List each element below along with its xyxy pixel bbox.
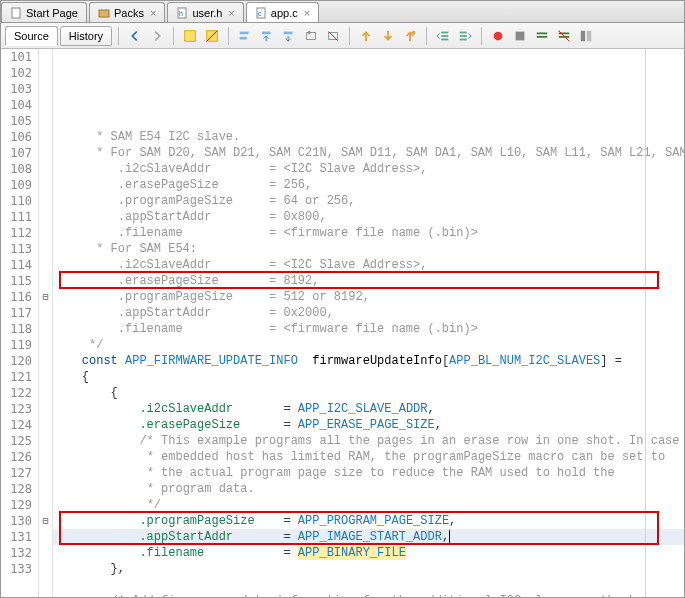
tab-label: Packs [114, 7, 144, 19]
svg-rect-28 [581, 30, 585, 41]
close-icon[interactable]: × [304, 7, 310, 19]
file-icon: h [176, 7, 188, 19]
separator [426, 27, 427, 45]
uncomment-icon[interactable] [554, 26, 574, 46]
separator [173, 27, 174, 45]
editor-toolbar: Source History [1, 23, 684, 49]
svg-rect-16 [441, 31, 448, 33]
code-line[interactable]: const APP_FIRMWARE_UPDATE_INFO firmwareU… [53, 353, 684, 369]
fold-toggle [39, 129, 52, 145]
toggle-bookmark-icon[interactable] [400, 26, 420, 46]
separator [481, 27, 482, 45]
code-line[interactable] [53, 577, 684, 593]
close-icon[interactable]: × [150, 7, 156, 19]
code-line[interactable]: .programPageSize = 64 or 256, [53, 193, 684, 209]
find-prev-icon[interactable] [257, 26, 277, 46]
code-line[interactable]: .appStartAddr = 0x2000, [53, 305, 684, 321]
code-line[interactable]: /* This example programs all the pages i… [53, 433, 684, 449]
highlight2-icon[interactable] [202, 26, 222, 46]
fold-toggle [39, 225, 52, 241]
code-line[interactable]: * embedded host has limited RAM, the pro… [53, 449, 684, 465]
code-line[interactable]: { [53, 369, 684, 385]
fold-toggle [39, 449, 52, 465]
tab-history[interactable]: History [60, 26, 112, 46]
code-line[interactable]: }, [53, 561, 684, 577]
tab-start-page[interactable]: Start Page [1, 2, 87, 22]
tab-label: user.h [192, 7, 222, 19]
svg-text:c: c [258, 10, 262, 17]
fold-toggle [39, 305, 52, 321]
code-line[interactable]: .programPageSize = 512 or 8192, [53, 289, 684, 305]
code-line[interactable]: * SAM E54 I2C slave. [53, 129, 684, 145]
code-editor[interactable]: 1011021031041051061071081091101111121131… [1, 49, 684, 598]
fold-toggle [39, 561, 52, 577]
code-line[interactable]: .filename = <firmware file name (.bin)> [53, 225, 684, 241]
fold-toggle [39, 209, 52, 225]
code-line[interactable]: .filename = <firmware file name (.bin)> [53, 321, 684, 337]
code-line[interactable]: .erasePageSize = 8192, [53, 273, 684, 289]
code-line[interactable]: * For SAM E54: [53, 241, 684, 257]
file-tabs: Start PagePacks×huser.h×capp.c× [1, 1, 684, 23]
shift-right-icon[interactable] [455, 26, 475, 46]
settings-icon[interactable] [576, 26, 596, 46]
tab-label: app.c [271, 7, 298, 19]
fold-toggle [39, 241, 52, 257]
fold-toggle [39, 81, 52, 97]
code-area[interactable]: * SAM E54 I2C slave. * For SAM D20, SAM … [53, 49, 684, 598]
svg-rect-19 [460, 31, 467, 33]
highlight-icon[interactable] [180, 26, 200, 46]
tab-app-c[interactable]: capp.c× [246, 2, 319, 22]
fold-toggle[interactable]: ⊟ [39, 289, 52, 305]
stop-macro-icon[interactable] [510, 26, 530, 46]
find-next-icon[interactable] [279, 26, 299, 46]
code-line[interactable]: .filename = APP_BINARY_FILE [53, 545, 684, 561]
tab-packs[interactable]: Packs× [89, 2, 165, 22]
code-line[interactable]: .erasePageSize = 256, [53, 177, 684, 193]
file-icon: c [255, 7, 267, 19]
code-line[interactable]: .erasePageSize = APP_ERASE_PAGE_SIZE, [53, 417, 684, 433]
tab-source[interactable]: Source [5, 26, 58, 46]
svg-rect-13 [308, 30, 310, 34]
fold-toggle [39, 481, 52, 497]
code-line[interactable]: * program data. [53, 481, 684, 497]
fold-toggle [39, 369, 52, 385]
code-line[interactable]: .i2cSlaveAddr = APP_I2C_SLAVE_ADDR, [53, 401, 684, 417]
fold-toggle [39, 337, 52, 353]
code-line[interactable]: * For SAM D20, SAM D21, SAM C21N, SAM D1… [53, 145, 684, 161]
prev-bookmark-icon[interactable] [356, 26, 376, 46]
fold-toggle [39, 545, 52, 561]
code-line[interactable]: * the actual program page size to reduce… [53, 465, 684, 481]
svg-rect-17 [441, 35, 448, 37]
svg-rect-8 [240, 31, 249, 34]
code-line[interactable]: .appStartAddr = 0x800, [53, 209, 684, 225]
code-line[interactable]: */ [53, 337, 684, 353]
svg-rect-12 [307, 32, 316, 39]
next-bookmark-icon[interactable] [378, 26, 398, 46]
nav-back-icon[interactable] [125, 26, 145, 46]
svg-rect-29 [587, 30, 591, 41]
fold-toggle [39, 385, 52, 401]
bookmark-clear-icon[interactable] [323, 26, 343, 46]
code-line[interactable]: .i2cSlaveAddr = <I2C Slave Address>, [53, 161, 684, 177]
record-macro-icon[interactable] [488, 26, 508, 46]
tab-user-h[interactable]: huser.h× [167, 2, 243, 22]
fold-gutter[interactable]: ⊟⊟ [39, 49, 53, 598]
bookmark-icon[interactable] [301, 26, 321, 46]
svg-rect-18 [441, 38, 448, 40]
fold-toggle[interactable]: ⊟ [39, 513, 52, 529]
code-line[interactable]: */ [53, 497, 684, 513]
find-selection-icon[interactable] [235, 26, 255, 46]
code-line[interactable]: .i2cSlaveAddr = <I2C Slave Address>, [53, 257, 684, 273]
code-line[interactable]: .programPageSize = APP_PROGRAM_PAGE_SIZE… [53, 513, 684, 529]
fold-toggle [39, 401, 52, 417]
fold-toggle [39, 353, 52, 369]
shift-left-icon[interactable] [433, 26, 453, 46]
comment-icon[interactable] [532, 26, 552, 46]
svg-rect-0 [12, 8, 20, 18]
close-icon[interactable]: × [228, 7, 234, 19]
nav-fwd-icon[interactable] [147, 26, 167, 46]
code-line[interactable]: /* Add firmware update information for t… [53, 593, 684, 598]
fold-toggle [39, 113, 52, 129]
code-line[interactable]: .appStartAddr = APP_IMAGE_START_ADDR,​ [53, 529, 684, 545]
code-line[interactable]: { [53, 385, 684, 401]
